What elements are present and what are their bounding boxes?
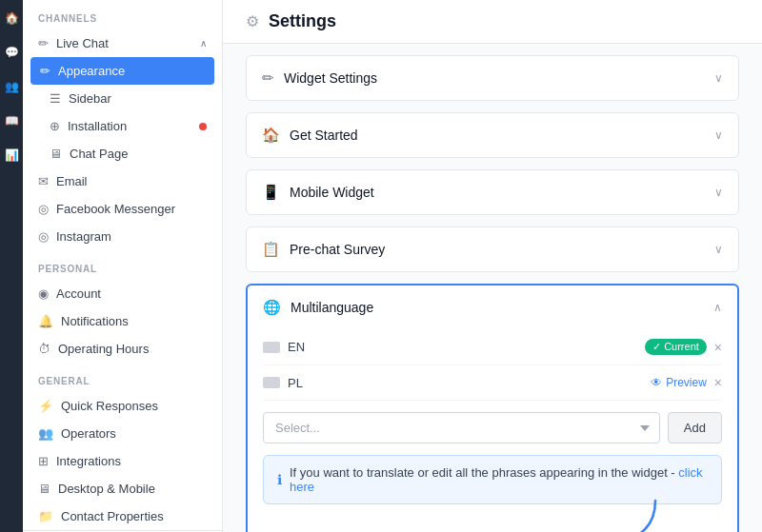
close-pl-button[interactable]: × bbox=[714, 375, 722, 390]
sidebar-item-operators[interactable]: 👥 Operators bbox=[23, 420, 222, 447]
language-left-pl: PL bbox=[263, 376, 303, 390]
sidebar-item-contact-properties[interactable]: 📁 Contact Properties bbox=[23, 502, 222, 530]
sidebar-item-integrations[interactable]: ⊞ Integrations bbox=[23, 447, 222, 475]
language-row-pl: PL 👁 Preview × bbox=[263, 365, 722, 401]
sidebar-icon: ☰ bbox=[50, 91, 61, 106]
accordion-pre-chat-survey-left: 📋 Pre-chat Survey bbox=[262, 241, 385, 258]
accordion-multilanguage-header[interactable]: 🌐 Multilanguage ∧ bbox=[248, 286, 737, 329]
settings-content: ✏ Widget Settings ∨ 🏠 Get Started ∨ 📱 bbox=[223, 44, 762, 532]
sidebar-item-instagram[interactable]: ◎ Instagram bbox=[23, 223, 222, 250]
sidebar-item-account-label: Account bbox=[56, 286, 101, 301]
eye-icon: 👁 bbox=[651, 376, 662, 389]
general-section-label: GENERAL bbox=[23, 363, 222, 392]
accordion-widget-settings-left: ✏ Widget Settings bbox=[262, 69, 377, 87]
accordion-get-started[interactable]: 🏠 Get Started ∨ bbox=[246, 112, 739, 158]
operators-icon: 👥 bbox=[38, 426, 53, 441]
accordion-multilanguage-left: 🌐 Multilanguage bbox=[263, 299, 373, 316]
accordion-mobile-widget-header[interactable]: 📱 Mobile Widget ∨ bbox=[247, 170, 738, 214]
integrations-icon: ⊞ bbox=[38, 454, 49, 468]
preview-badge[interactable]: 👁 Preview bbox=[651, 376, 707, 389]
sidebar-item-chat-page-label: Chat Page bbox=[70, 147, 128, 161]
clipboard-icon: 📋 bbox=[262, 241, 280, 258]
sidebar-item-notifications-label: Notifications bbox=[61, 314, 129, 328]
sidebar-item-live-chat[interactable]: ✏ Live Chat ∧ bbox=[23, 30, 222, 57]
sidebar-item-notifications[interactable]: 🔔 Notifications bbox=[23, 307, 222, 335]
chevron-down-icon: ∨ bbox=[714, 186, 723, 199]
accordion-widget-settings[interactable]: ✏ Widget Settings ∨ bbox=[246, 55, 739, 101]
accordion-widget-settings-header[interactable]: ✏ Widget Settings ∨ bbox=[247, 56, 738, 100]
sidebar-item-operating-hours-label: Operating Hours bbox=[58, 342, 149, 356]
pencil-icon: ✏ bbox=[262, 69, 274, 87]
sidebar-item-installation-label: Installation bbox=[68, 119, 127, 133]
sidebar-item-desktop-mobile[interactable]: 🖥 Desktop & Mobile bbox=[23, 475, 222, 502]
sidebar-item-quick-responses[interactable]: ⚡ Quick Responses bbox=[23, 392, 222, 420]
folder-icon: 📁 bbox=[38, 509, 53, 523]
sidebar-item-sidebar[interactable]: ☰ Sidebar bbox=[23, 85, 222, 112]
sidebar-item-appearance[interactable]: ✏ Appearance bbox=[30, 57, 214, 85]
accordion-pre-chat-survey-header[interactable]: 📋 Pre-chat Survey ∨ bbox=[247, 227, 738, 271]
accordion-pre-chat-survey[interactable]: 📋 Pre-chat Survey ∨ bbox=[246, 227, 739, 272]
sidebar-item-quick-responses-label: Quick Responses bbox=[61, 399, 158, 413]
home-icon[interactable]: 🏠 bbox=[3, 10, 20, 27]
settings-icon: ⚙ bbox=[246, 12, 259, 30]
accordion-mobile-widget[interactable]: 📱 Mobile Widget ∨ bbox=[246, 169, 739, 215]
flag-en bbox=[263, 342, 280, 353]
desktop-icon: 🖥 bbox=[38, 482, 50, 496]
language-code-en: EN bbox=[288, 340, 305, 354]
bell-icon: 🔔 bbox=[38, 314, 53, 328]
home-icon: 🏠 bbox=[262, 127, 280, 144]
language-code-pl: PL bbox=[288, 376, 303, 390]
chat-icon: ✏ bbox=[38, 36, 49, 50]
monitor-icon: 🖥 bbox=[50, 147, 62, 161]
channels-section-label: CHANNELS bbox=[23, 0, 222, 30]
clock-icon: ⏱ bbox=[38, 342, 50, 356]
instagram-icon: ◎ bbox=[38, 229, 49, 244]
chat-icon[interactable]: 💬 bbox=[3, 44, 20, 61]
chevron-down-icon: ∨ bbox=[714, 71, 723, 85]
sidebar-item-desktop-mobile-label: Desktop & Mobile bbox=[58, 482, 155, 496]
facebook-icon: ◎ bbox=[38, 202, 49, 216]
email-icon: ✉ bbox=[38, 174, 49, 188]
close-en-button[interactable]: × bbox=[714, 340, 722, 355]
language-right-en: Current × bbox=[645, 339, 722, 355]
sidebar-item-appearance-label: Appearance bbox=[58, 64, 125, 78]
sidebar-item-chat-page[interactable]: 🖥 Chat Page bbox=[23, 140, 222, 167]
language-right-pl: 👁 Preview × bbox=[651, 375, 722, 390]
sidebar-item-email[interactable]: ✉ Email bbox=[23, 167, 222, 195]
sidebar-item-facebook-label: Facebook Messenger bbox=[56, 202, 175, 216]
accordion-multilanguage-label: Multilanguage bbox=[291, 300, 373, 315]
arrow-svg bbox=[579, 491, 665, 532]
chevron-up-icon: ∧ bbox=[713, 301, 722, 314]
book-icon[interactable]: 📖 bbox=[3, 112, 20, 129]
sidebar-item-contact-properties-label: Contact Properties bbox=[61, 509, 164, 523]
accordion-pre-chat-survey-label: Pre-chat Survey bbox=[290, 242, 385, 257]
add-language-button[interactable]: Add bbox=[668, 412, 722, 443]
account-icon: ◉ bbox=[38, 286, 49, 301]
icon-rail: 🏠 💬 👥 📖 📊 bbox=[0, 0, 23, 532]
sidebar-item-live-chat-label: Live Chat bbox=[56, 36, 109, 50]
language-select[interactable]: Select... bbox=[263, 412, 660, 443]
flag-pl bbox=[263, 377, 280, 388]
sidebar-item-account[interactable]: ◉ Account bbox=[23, 280, 222, 307]
sidebar-item-installation[interactable]: ⊕ Installation bbox=[23, 112, 222, 140]
notification-dot bbox=[199, 123, 207, 130]
sidebar-item-operating-hours[interactable]: ⏱ Operating Hours bbox=[23, 335, 222, 363]
sidebar-item-operators-label: Operators bbox=[61, 426, 116, 441]
report-icon[interactable]: 📊 bbox=[3, 147, 20, 164]
chevron-down-icon: ∨ bbox=[714, 128, 723, 142]
people-icon[interactable]: 👥 bbox=[3, 78, 20, 95]
multilanguage-body: EN Current × PL 👁 bbox=[248, 329, 737, 532]
installation-icon: ⊕ bbox=[50, 119, 60, 133]
accordion-mobile-widget-label: Mobile Widget bbox=[290, 185, 374, 200]
sidebar-item-email-label: Email bbox=[56, 174, 88, 188]
page-title: Settings bbox=[269, 11, 336, 31]
sidebar-item-sidebar-label: Sidebar bbox=[69, 91, 111, 106]
sidebar: CHANNELS ✏ Live Chat ∧ ✏ Appearance ☰ Si… bbox=[23, 0, 223, 532]
sidebar-item-facebook[interactable]: ◎ Facebook Messenger bbox=[23, 195, 222, 223]
accordion-multilanguage[interactable]: 🌐 Multilanguage ∧ EN Current × bbox=[246, 284, 739, 532]
main-content: ⚙ Settings ✏ Widget Settings ∨ 🏠 Get Sta… bbox=[223, 0, 762, 532]
chevron-up-icon: ∧ bbox=[200, 38, 207, 49]
accordion-get-started-header[interactable]: 🏠 Get Started ∨ bbox=[247, 113, 738, 157]
lightning-icon: ⚡ bbox=[38, 399, 53, 413]
personal-section-label: PERSONAL bbox=[23, 250, 222, 280]
